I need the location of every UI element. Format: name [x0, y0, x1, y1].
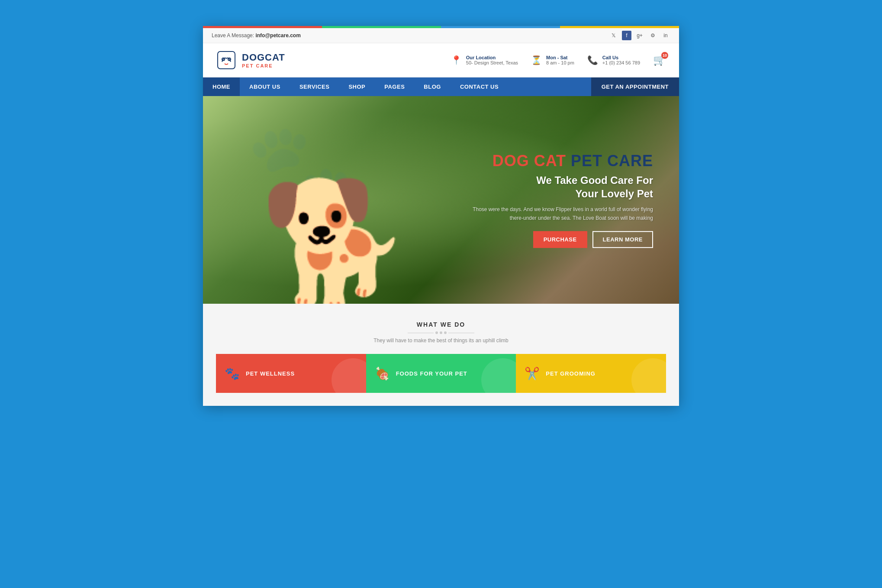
nav-item-services[interactable]: SERVICES	[290, 77, 339, 96]
section-divider	[216, 331, 666, 334]
top-color-bar	[203, 26, 679, 28]
cart-button[interactable]: 🛒 10	[653, 54, 666, 66]
nav-item-shop[interactable]: SHOP	[339, 77, 375, 96]
grooming-label: PET GROOMING	[546, 370, 596, 377]
color-bar-blue	[441, 26, 560, 28]
hero-content: DOG CAT PET CARE We Take Good Care For Y…	[471, 152, 653, 248]
services-row: 🐾 PET WELLNESS 🍖 FOODS FOR YOUR PET ✂️ P…	[216, 354, 666, 393]
service-card-grooming[interactable]: ✂️ PET GROOMING	[516, 354, 666, 393]
svg-rect-0	[218, 51, 235, 69]
phone-info: 📞 Call Us +1 (0) 234 56 789	[587, 55, 640, 65]
header-info: 📍 Our Location 50- Design Street, Texas …	[451, 54, 666, 66]
logo[interactable]: DOGCAT PET CARE	[216, 50, 285, 71]
nav-cta-appointment[interactable]: GET AN APPOINTMENT	[591, 77, 679, 96]
nav-item-contact[interactable]: CONTACT US	[451, 77, 508, 96]
hours-icon: ⏳	[531, 55, 542, 65]
color-bar-red	[203, 26, 322, 28]
settings-icon[interactable]: ⚙	[648, 31, 657, 40]
purchase-button[interactable]: PURCHASE	[533, 231, 587, 248]
nav-item-blog[interactable]: BLOG	[414, 77, 451, 96]
color-bar-green	[322, 26, 441, 28]
foods-icon: 🍖	[375, 366, 390, 381]
what-we-do-section: WHAT WE DO They will have to make the be…	[203, 304, 679, 406]
color-bar-yellow	[560, 26, 679, 28]
section-title: WHAT WE DO	[216, 321, 666, 328]
site-header: DOGCAT PET CARE 📍 Our Location 50- Desig…	[203, 43, 679, 77]
hero-description: Those were the days. And we know Flipper…	[471, 206, 653, 222]
hero-dog-image: 🐕	[238, 109, 432, 304]
dog-emoji: 🐕	[260, 183, 411, 304]
phone-label: Call Us	[602, 55, 640, 60]
hours-info: ⏳ Mon - Sat 8 am - 10 pm	[531, 55, 574, 65]
nav-item-home[interactable]: HOME	[203, 77, 240, 96]
phone-icon: 📞	[587, 55, 598, 65]
brand-sub: PET CARE	[242, 63, 285, 68]
wellness-icon: 🐾	[225, 366, 240, 381]
logo-text: DOGCAT PET CARE	[242, 52, 285, 68]
hours-label: Mon - Sat	[546, 55, 574, 60]
google-plus-icon[interactable]: g+	[635, 31, 644, 40]
grooming-icon: ✂️	[525, 366, 540, 381]
main-navigation: HOME ABOUT US SERVICES SHOP PAGES BLOG C…	[203, 77, 679, 96]
hero-buttons: PURCHASE LEARN MORE	[471, 231, 653, 248]
hero-section: 🐕 DOG CAT PET CARE We Take Good Care For…	[203, 96, 679, 304]
brand-name: DOGCAT	[242, 52, 285, 63]
location-icon: 📍	[451, 55, 462, 65]
top-info-bar: Leave A Message: info@petcare.com 𝕏 f g+…	[203, 28, 679, 43]
section-description: They will have to make the best of thing…	[216, 337, 666, 344]
facebook-icon[interactable]: f	[622, 31, 631, 40]
social-icons-bar: 𝕏 f g+ ⚙ in	[609, 31, 670, 40]
nav-item-about[interactable]: ABOUT US	[240, 77, 290, 96]
twitter-icon[interactable]: 𝕏	[609, 31, 618, 40]
location-label: Our Location	[466, 55, 518, 60]
hero-subtitle: We Take Good Care For Your Lovely Pet	[471, 174, 653, 200]
phone-value: +1 (0) 234 56 789	[602, 60, 640, 65]
hours-value: 8 am - 10 pm	[546, 60, 574, 65]
nav-item-pages[interactable]: PAGES	[375, 77, 414, 96]
service-card-foods[interactable]: 🍖 FOODS FOR YOUR PET	[366, 354, 516, 393]
wellness-label: PET WELLNESS	[246, 370, 295, 377]
browser-window: Leave A Message: info@petcare.com 𝕏 f g+…	[203, 26, 679, 406]
foods-label: FOODS FOR YOUR PET	[396, 370, 467, 377]
location-value: 50- Design Street, Texas	[466, 60, 518, 65]
hero-title: DOG CAT PET CARE	[471, 152, 653, 170]
cart-badge: 10	[661, 52, 668, 59]
learn-more-button[interactable]: LEARN MORE	[592, 231, 653, 248]
logo-icon	[216, 50, 237, 71]
contact-message: Leave A Message: info@petcare.com	[212, 32, 301, 39]
location-info: 📍 Our Location 50- Design Street, Texas	[451, 55, 518, 65]
linkedin-icon[interactable]: in	[661, 31, 670, 40]
service-card-wellness[interactable]: 🐾 PET WELLNESS	[216, 354, 366, 393]
